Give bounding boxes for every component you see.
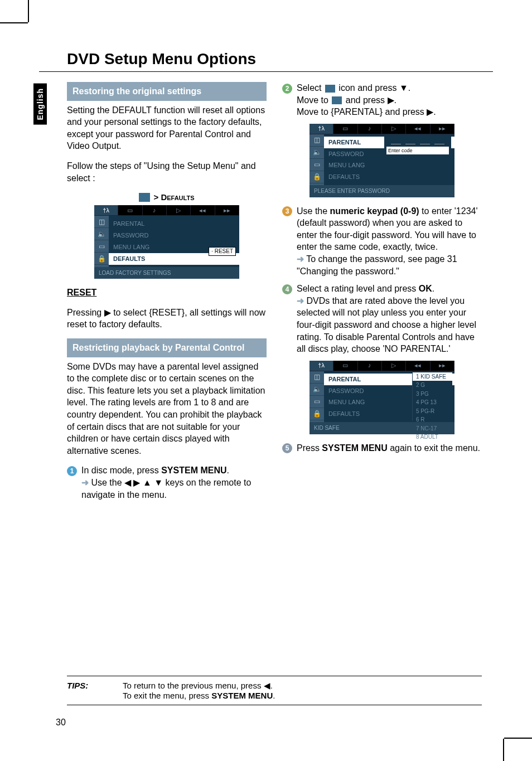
osd3-tab-rew-icon: ◂◂ [406,361,430,371]
rating-6: 6 R [413,415,452,424]
osd2-status: PLEASE ENTER PASSWORD [309,185,454,197]
osd2-item-defaults: DEFAULTS [324,171,454,183]
step-5-text-c: again to exit the menu. [388,443,480,453]
page-number: 30 [56,718,66,728]
step-2-text-a: Select [297,83,324,93]
osd2-side-user-icon: ◫ [309,134,324,147]
step-3-text-a: Use the [297,206,330,216]
side-icon-speaker: 🔈 [94,228,109,240]
rating-7: 7 NC-17 [413,424,452,433]
osd3-side-subtitle-icon: ▭ [309,396,324,408]
rating-1: 1 KID SAFE [413,372,452,381]
osd2-code-entry: Enter code [384,137,451,156]
restoring-paragraph-2: Follow the steps of "Using the Setup Men… [67,160,267,184]
osd-tab-ff-icon: ▸▸ [215,205,239,215]
osd2-tab-rew-icon: ◂◂ [406,124,430,134]
step-2-text-d: and press ▶. [343,95,396,105]
osd3-tab-general-icon: †λ [309,361,333,371]
rating-8: 8 ADULT [413,433,452,442]
restoring-paragraph-1: Setting the DEFAULT function will reset … [67,104,267,152]
step-4-text-d: DVDs that are rated above the level you … [297,296,476,353]
tips-label: TIPS: [67,681,100,700]
tips-content: To return to the previous menu, press ◀.… [123,681,275,700]
tips-line-2c: . [273,691,275,700]
arrow-icon: ➜ [81,478,89,487]
section-heading-restricting: Restricting playback by Parental Control [67,338,267,357]
osd-tab-audio-icon: ♪ [143,205,167,215]
tips-bar: TIPS: To return to the previous menu, pr… [67,676,482,705]
breadcrumb-text: > Defaults [153,192,194,203]
osd-tab-play-icon: ▷ [167,205,191,215]
general-setup-icon [325,85,335,93]
step-2-number-icon: 2 [282,84,292,94]
osd2-side-subtitle-icon: ▭ [309,159,324,171]
osd3-side-speaker-icon: 🔈 [309,384,324,396]
section-heading-restoring: Restoring the original settings [67,82,267,101]
step-3-text-d: To change the password, see page 31 "Cha… [297,254,457,276]
tips-system-menu: SYSTEM MENU [211,691,273,700]
step-1-number-icon: 1 [67,466,77,476]
reset-paragraph: Pressing ▶ to select {RESET}, all settin… [67,307,267,331]
side-icon-user: ◫ [94,216,109,228]
osd-panel-defaults: †λ ▭ ♪ ▷ ◂◂ ▸▸ ◫ 🔈 ▭ 🔒 PARENTAL [94,205,239,279]
osd-tab-general-icon: †λ [94,205,118,215]
step-5-system-menu: SYSTEM MENU [322,443,387,453]
step-1-text-a: In disc mode, press [81,466,161,475]
step-1-system-menu: SYSTEM MENU [161,466,226,475]
side-icon-lock: 🔒 [94,253,109,265]
osd2-tab-ff-icon: ▸▸ [431,124,454,134]
restricting-paragraph: Some DVDs may have a parental level assi… [67,361,267,457]
tips-line-1: To return to the previous menu, press ◀. [123,681,273,690]
rating-3: 3 PG [413,390,452,399]
osd1-status: LOAD FACTORY SETTINGS [94,267,239,279]
step-3-number-icon: 3 [282,206,292,216]
step-4-number-icon: 4 [282,284,292,294]
osd-panel-password: †λ ▭ ♪ ▷ ◂◂ ▸▸ ◫ 🔈 ▭ 🔒 PARENTAL [309,124,454,197]
osd3-side-user-icon: ◫ [309,371,324,384]
rating-4: 4 PG 13 [413,398,452,407]
language-tab: English [33,84,47,125]
arrow-icon: ➜ [297,254,304,264]
osd2-side-lock-icon: 🔒 [309,171,324,183]
step-5-text-a: Press [297,443,322,453]
osd3-side-lock-icon: 🔒 [309,408,324,420]
step-1-text-c: . [227,466,229,475]
osd-tab-rew-icon: ◂◂ [191,205,215,215]
step-4-text-c: . [432,284,434,293]
osd2-tab-play-icon: ▷ [382,124,406,134]
osd-panel-ratings: †λ ▭ ♪ ▷ ◂◂ ▸▸ ◫ 🔈 ▭ 🔒 PARENTAL [309,361,454,434]
step-3: 3 Use the numeric keypad (0-9) to enter … [282,205,482,278]
osd2-item-menulang: MENU LANG [324,159,454,171]
step-4-ok: OK [419,284,432,293]
title-rule [39,71,493,72]
defaults-breadcrumb: > Defaults [67,192,267,203]
osd1-popup-reset: · RESET [209,247,236,256]
step-3-keypad: numeric keypad (0-9) [330,206,419,216]
rating-5: 5 PG-R [413,407,452,416]
right-column: 2 Select icon and press ▼. Move to and p… [282,82,482,506]
osd2-tab-video-icon: ▭ [333,124,357,134]
step-2: 2 Select icon and press ▼. Move to and p… [282,82,482,118]
reset-heading: RESET [67,288,96,297]
osd2-side-speaker-icon: 🔈 [309,147,324,159]
rating-2: 2 G [413,381,452,390]
osd2-tab-audio-icon: ♪ [358,124,382,134]
arrow-icon: ➜ [297,296,304,306]
osd2-enter-code-label: Enter code [386,147,449,154]
step-1-text-d: Use the ◀ ▶ ▲ ▼ keys on the remote to na… [81,478,251,500]
osd1-item-parental: PARENTAL [109,218,239,230]
step-4: 4 Select a rating level and press OK. ➜ … [282,283,482,355]
side-icon-subtitle: ▭ [94,240,109,253]
page-title: DVD Setup Menu Options [67,50,493,68]
step-2-text-e: Move to {PARENTAL} and press ▶. [297,107,436,117]
osd3-tab-video-icon: ▭ [333,361,357,371]
osd3-tab-audio-icon: ♪ [358,361,382,371]
osd3-tab-ff-icon: ▸▸ [431,361,454,371]
step-4-text-a: Select a rating level and press [297,284,419,293]
lock-icon [332,96,342,104]
osd3-ratings-popup: 1 KID SAFE 2 G 3 PG 4 PG 13 5 PG-R 6 R 7… [412,372,452,421]
osd1-item-password: PASSWORD [109,230,239,241]
osd-tab-video-icon: ▭ [118,205,142,215]
osd2-tab-general-icon: †λ [309,124,333,134]
folder-icon [139,193,150,202]
